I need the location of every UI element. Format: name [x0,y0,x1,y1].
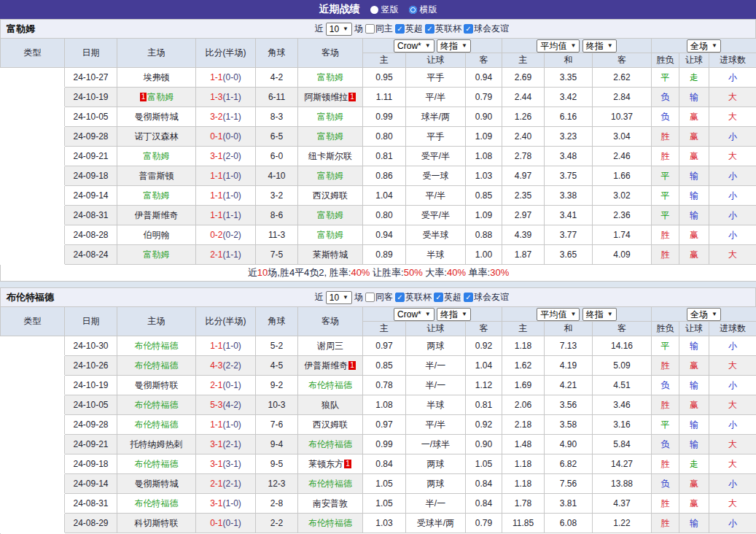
away-team-cell: 莱斯特城 [298,245,363,265]
full-time-score: 3-2 [210,112,222,122]
col-header-date: 日期 [65,39,117,68]
full-time-score: 3-1 [210,151,222,161]
corners-cell: 7-5 [256,245,298,265]
average-select[interactable]: 平均值▼ [537,39,580,53]
league-badge: 英超 [1,186,65,206]
outcome-cell: 胜 [652,245,679,265]
avg-home-odds: 2.06 [502,395,545,415]
corners-cell: 6-5 [256,127,298,147]
avg-draw-odds: 3.65 [545,245,593,265]
match-row: 英联杯24-08-29科切斯特联0-1(0-1)2-2布伦特福德1.03受球半/… [1,514,756,533]
outcome-cell: 负 [652,376,679,395]
half-time-score: (3-1) [223,459,241,469]
handicap-outcome-cell: 输 [679,336,709,356]
scope-select[interactable]: 全场▼ [687,39,721,53]
col-header-score: 比分(半场) [196,39,256,68]
score-cell: 3-1(1-0) [196,494,256,514]
filter-checkbox-英超[interactable]: ✓英超 [395,23,423,35]
company-select[interactable]: Crow*▼ [394,308,434,321]
handicap-outcome-cell: 赢 [679,356,709,376]
checkbox-icon[interactable]: ✓ [395,293,405,302]
matches-label: 场 [354,291,363,303]
team-name: 布伦特福德 [7,291,54,304]
avg-draw-odds: 7.56 [545,474,593,494]
summary-segment: 30% [490,267,509,278]
company-final-select[interactable]: 终指▼ [437,39,471,53]
avg-home-odds: 1.18 [502,336,545,356]
outcome-cell: 平 [652,186,679,206]
half-time-score: (4-2) [223,400,241,410]
league-badge: 英超 [1,474,65,494]
goals-outcome-cell: 小 [709,166,756,186]
match-row: 英超24-08-24富勒姆2-1(1-1)7-5莱斯特城0.89半球1.001.… [1,245,756,265]
view-option-vertical[interactable]: 竖版 [370,4,399,16]
league-badge: 英超 [1,376,65,395]
half-time-score: (0-2) [223,230,241,240]
scope-select-group: 全场▼ [652,307,756,322]
avg-draw-odds: 3.23 [545,127,593,147]
goals-outcome-cell: 小 [709,474,756,494]
recent-count-select[interactable]: 10▼ [326,23,352,36]
checkbox-icon[interactable] [365,24,375,34]
average-final-select[interactable]: 终指▼ [582,308,617,321]
score-cell: 0-1(0-1) [196,514,256,533]
date-cell: 24-08-31 [65,494,117,514]
filter-checkbox-英超[interactable]: ✓英超 [434,291,461,303]
view-option-horizontal[interactable]: 横版 [409,4,437,16]
handicap-home-odds: 0.86 [363,166,406,186]
chevron-down-icon: ▼ [461,41,467,51]
checkbox-icon[interactable] [365,293,375,302]
filter-checkbox-英联杯[interactable]: ✓英联杯 [395,291,432,303]
radio-icon[interactable] [370,6,378,14]
checkbox-icon[interactable]: ✓ [464,24,473,34]
home-team-cell: 布伦特福德 [117,494,196,514]
outcome-cell: 胜 [652,356,679,376]
handicap-away-odds: 1.03 [466,166,502,186]
checkbox-label: 英超 [444,291,461,303]
half-time-score: (1-0) [223,190,241,201]
full-time-score: 2-1 [210,380,222,390]
corners-cell: 6-11 [256,88,298,107]
goals-outcome-cell: 小 [709,127,756,147]
recent-count-select[interactable]: 10▼ [326,291,352,304]
avg-draw-odds: 3.81 [545,494,593,514]
corners-cell: 5-2 [256,336,298,356]
handicap-line: 半/一 [406,494,466,514]
summary-segment: 10 [257,267,268,278]
corners-cell: 12-3 [256,474,298,494]
match-row: 英联杯24-08-28伯明翰0-2(0-2)11-3富勒姆0.94受半球0.88… [1,225,756,245]
avg-draw-odds: 3.56 [545,395,593,415]
filter-checkbox-球会友谊[interactable]: ✓球会友谊 [464,291,509,303]
home-team-name: 布伦特福德 [135,341,179,351]
average-select[interactable]: 平均值▼ [537,308,580,321]
filter-checkbox-同客[interactable]: 同客 [365,291,393,303]
home-team-cell: 1富勒姆 [117,88,196,107]
home-team-name: 埃弗顿 [144,72,170,82]
summary-segment: 让胜率: [370,267,403,278]
checkbox-icon[interactable]: ✓ [464,293,473,302]
recent-count-value: 10 [330,293,339,303]
filter-checkbox-同主[interactable]: 同主 [365,23,393,35]
filter-checkbox-球会友谊[interactable]: ✓球会友谊 [464,23,509,35]
full-time-score: 4-3 [210,360,222,371]
company-select[interactable]: Crow*▼ [394,39,434,53]
chevron-down-icon: ▼ [607,41,613,51]
radio-icon[interactable] [409,6,417,14]
handicap-line: 一/球半 [406,435,466,454]
avg-draw-odds: 4.21 [545,376,593,395]
date-cell: 24-09-28 [65,415,117,435]
outcome-cell: 平 [652,166,679,186]
scope-select[interactable]: 全场▼ [687,308,721,321]
full-time-score: 1-1 [210,210,222,220]
company-final-select[interactable]: 终指▼ [437,308,471,321]
filter-checkbox-英联杯[interactable]: ✓英联杯 [425,23,461,35]
avg-home-odds: 2.40 [502,127,545,147]
checkbox-icon[interactable]: ✓ [434,293,443,302]
date-cell: 24-10-27 [65,68,117,88]
col-header-odds-away: 客 [466,53,502,68]
average-final-select[interactable]: 终指▼ [582,39,617,53]
checkbox-icon[interactable]: ✓ [425,24,434,34]
chevron-down-icon: ▼ [712,309,717,320]
checkbox-icon[interactable]: ✓ [395,24,405,34]
handicap-line: 受平/半 [406,206,466,225]
